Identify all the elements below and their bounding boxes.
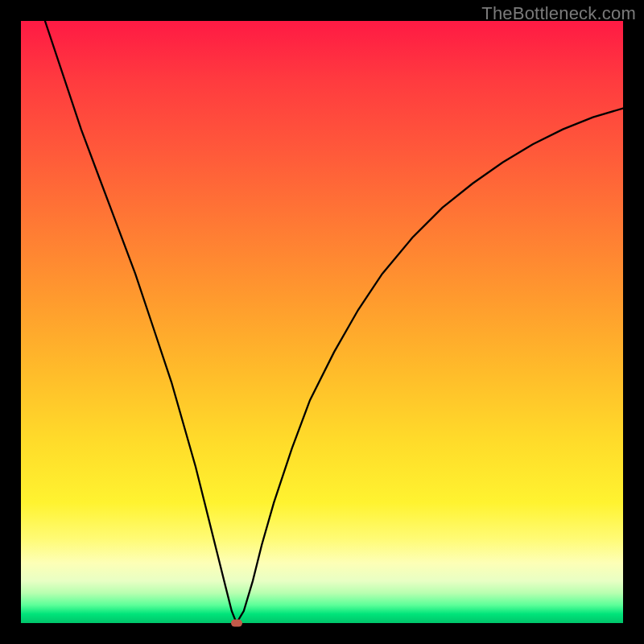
bottleneck-curve bbox=[45, 21, 623, 623]
optimal-point-marker bbox=[231, 620, 242, 627]
curve-layer bbox=[21, 21, 623, 623]
chart-frame: TheBottleneck.com bbox=[0, 0, 644, 644]
watermark-text: TheBottleneck.com bbox=[481, 3, 636, 24]
plot-area bbox=[21, 21, 623, 623]
